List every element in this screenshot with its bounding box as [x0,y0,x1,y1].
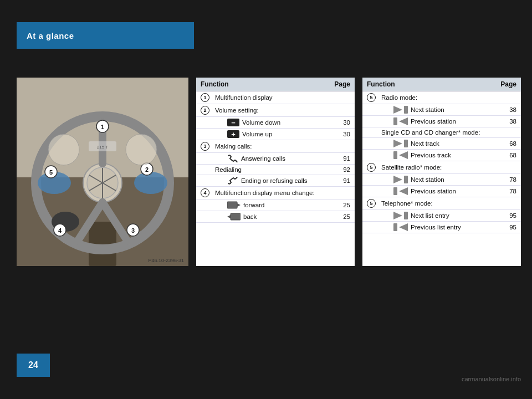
row-label: Redialing [215,166,242,173]
next-sat-station-icon [393,176,408,183]
icon-cell: Answering calls [227,155,324,162]
table2-page-header: Page [494,78,521,91]
prev-track-icon [393,151,408,159]
row-label: Single CD and CD changer* mode: [381,129,480,136]
row-label: Previous list entry [411,224,461,231]
table-row: 5 Satellite radio* mode: [362,161,521,174]
svg-rect-46 [404,212,408,219]
image-caption: P46.10-2396-31 [148,258,184,263]
svg-rect-48 [393,223,397,231]
row-label: Next track [411,140,439,147]
table-row: Previous station 78 [362,186,521,197]
svg-rect-44 [393,187,397,195]
table-row: back 25 [196,211,355,223]
svg-point-26 [126,134,157,165]
table-row: Single CD and CD changer* mode: [362,127,521,138]
svg-marker-43 [399,187,408,195]
table-row: Next track 68 [362,138,521,150]
plus-icon: + [227,130,239,138]
function-table-2: Function Page 5 Radio mode: [362,78,521,266]
row-label: Ending or refusing calls [241,177,308,184]
table-row: Previous station 38 [362,116,521,127]
screen-forward-icon [227,201,241,209]
next-station-icon [393,106,408,114]
svg-rect-29 [227,202,237,208]
svg-rect-38 [404,140,408,147]
svg-marker-33 [393,106,402,114]
row-label: Previous station [411,118,456,125]
icon-cell: Previous station [393,187,489,195]
circle-5b: 5 [367,163,376,172]
icon-cell: + Volume up [227,130,324,138]
minus-icon: − [227,119,239,126]
svg-marker-30 [237,203,241,207]
icon-cell: Next track [393,140,489,147]
header-title: At a glance [27,31,74,40]
svg-text:5: 5 [49,169,53,176]
icon-cell: − Volume down [227,119,324,126]
table-row: Next list entry 95 [362,210,521,222]
svg-rect-42 [404,176,408,183]
next-list-icon [393,212,408,219]
icon-cell: Previous list entry [393,223,489,231]
table-row: Redialing 92 [196,165,355,175]
row-label: Satellite radio* mode: [381,164,442,171]
svg-marker-41 [393,176,402,183]
icon-cell: forward [227,201,324,209]
svg-marker-32 [227,215,231,218]
row-label: forward [243,202,264,208]
circle-5c: 5 [367,199,376,208]
circle-5a: 5 [367,93,376,102]
header-bar: At a glance [17,22,194,49]
table-row: Previous list entry 95 [362,222,521,233]
row-label: Answering calls [241,155,285,162]
row-label: Next list entry [411,212,449,219]
row-label: Next station [411,176,444,183]
table-row: 5 Telephone* mode: [362,197,521,210]
next-track-icon [393,140,408,147]
svg-marker-39 [399,151,408,159]
table-row: 2 Volume setting: [196,104,355,117]
table-row: 4 Multifunction display menu change: [196,187,355,200]
function-table-1: Function Page 1 Multifunction display 2 … [196,78,355,266]
table-row: Next station 38 [362,104,521,116]
icon-cell: Next list entry [393,212,489,219]
table-row: Previous track 68 [362,150,521,161]
table-row: Next station 78 [362,174,521,186]
row-label: Volume up [242,131,272,137]
table2-func-header: Function [362,78,494,91]
phone-answer-icon [227,155,238,162]
circle-3: 3 [201,142,209,151]
circle-1: 1 [201,93,209,102]
page-number: 24 [28,360,38,370]
svg-text:4: 4 [58,227,62,234]
svg-marker-37 [393,140,402,147]
row-label: Telephone* mode: [381,200,433,207]
main-content: 1 2 3 4 5 215 T P46.10-2396-31 Funct [17,78,521,266]
row-label: Previous station [411,188,456,195]
table-row: − Volume down 30 [196,117,355,129]
svg-text:2: 2 [145,166,149,173]
icon-cell: Previous track [393,151,489,159]
svg-point-13 [134,172,167,194]
row-label: Making calls: [215,143,252,150]
screen-back-icon [227,213,241,221]
phone-end-icon [227,177,238,185]
table-row: 3 Making calls: [196,140,355,153]
circle-4: 4 [201,188,209,197]
row-label: Multifunction display [215,94,273,101]
icon-cell: Next station [393,176,489,183]
watermark: carmanualsonline.info [462,376,521,382]
prev-sat-station-icon [393,187,408,195]
row-label: Radio mode: [381,94,417,101]
row-label: Volume down [242,119,280,126]
table-row: 1 Multifunction display [196,91,355,104]
svg-text:1: 1 [101,124,104,130]
prev-list-icon [393,223,408,231]
table-row: + Volume up 30 [196,129,355,140]
icon-cell: Previous station [393,117,489,125]
row-label: Volume setting: [215,107,259,114]
icon-cell: back [227,213,324,221]
svg-rect-40 [393,151,397,159]
table-row: Answering calls 91 [196,153,355,165]
